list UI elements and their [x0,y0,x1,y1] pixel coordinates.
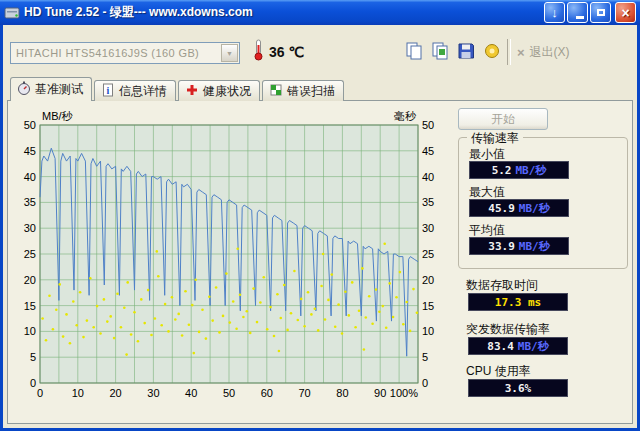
scan-grid-icon [269,83,283,100]
svg-text:0: 0 [37,387,43,399]
svg-text:60: 60 [261,387,273,399]
maximize-icon [597,9,605,16]
thermometer-icon [253,39,264,65]
svg-text:15: 15 [24,300,36,312]
svg-text:i: i [107,85,110,96]
svg-text:毫秒: 毫秒 [394,110,417,122]
access-time-display: 17.3 ms [468,293,568,311]
svg-text:20: 20 [109,387,121,399]
svg-text:40: 40 [422,171,434,183]
svg-text:90: 90 [374,387,386,399]
benchmark-page: 0055101015152020252530303535404045455050… [7,100,633,424]
svg-text:10: 10 [422,325,434,337]
svg-text:70: 70 [298,387,310,399]
tab-health[interactable]: 健康状况 [178,80,260,101]
svg-text:30: 30 [24,222,36,234]
copy-image-icon [430,41,450,65]
tab-label: 信息详情 [119,83,167,100]
maximize-button[interactable] [590,2,611,23]
tab-benchmark[interactable]: 基准测试 [10,77,92,101]
tab-bar: 基准测试 i 信息详情 健康状况 错误扫描 [10,78,346,101]
transfer-rate-group: 传输速率 最小值 5.2 MB/秒 最大值 45.9 MB/秒 平均值 33.9… [458,137,628,269]
svg-text:50: 50 [422,119,434,131]
app-icon [4,5,20,21]
svg-text:25: 25 [24,248,36,260]
group-title: 传输速率 [467,130,523,147]
access-time-label: 数据存取时间 [466,277,538,294]
tab-label: 错误扫描 [287,83,335,100]
svg-text:5: 5 [422,351,428,363]
svg-text:30: 30 [147,387,159,399]
cpu-usage-label: CPU 使用率 [466,363,531,380]
svg-text:50: 50 [223,387,235,399]
save-icon [456,41,476,65]
exit-icon: × [517,46,525,59]
copy-icon [404,41,424,65]
options-icon [482,41,502,65]
burst-rate-label: 突发数据传输率 [466,321,550,338]
options-button[interactable] [479,40,505,66]
svg-text:MB/秒: MB/秒 [42,110,74,122]
temperature-value: 36 ℃ [269,44,304,60]
minimize-icon [576,16,584,19]
svg-text:30: 30 [422,222,434,234]
start-button[interactable]: 开始 [458,108,548,130]
exit-button[interactable]: × 退出(X) [517,44,570,61]
minimize-button[interactable] [567,2,588,23]
close-icon: × [621,6,629,20]
svg-text:45: 45 [24,145,36,157]
svg-text:10: 10 [24,325,36,337]
burst-rate-display: 83.4 MB/秒 [468,337,568,355]
copy-button[interactable] [401,40,427,66]
svg-text:0: 0 [30,377,36,389]
tab-label: 健康状况 [203,83,251,100]
svg-text:80: 80 [336,387,348,399]
svg-text:45: 45 [422,145,434,157]
drive-select-value: HITACHI HTS541616J9S (160 GB) [11,47,221,59]
svg-text:100%: 100% [390,387,418,399]
temperature-display: 36 ℃ [253,39,304,65]
exit-label: 退出(X) [530,44,570,61]
title-bar: HD Tune 2.52 - 绿盟--- www.xdowns.com ↓ × [0,0,640,25]
max-value-display: 45.9 MB/秒 [469,199,569,217]
svg-text:0: 0 [422,377,428,389]
tab-label: 基准测试 [35,81,83,98]
window-body: HITACHI HTS541616J9S (160 GB) ▼ 36 ℃ × 退… [0,25,640,431]
save-button[interactable] [453,40,479,66]
copy-image-button[interactable] [427,40,453,66]
download-icon: ↓ [551,6,558,19]
info-icon: i [101,83,115,100]
benchmark-icon [17,81,31,98]
svg-text:20: 20 [422,274,434,286]
svg-text:40: 40 [24,171,36,183]
min-value-display: 5.2 MB/秒 [469,161,569,179]
svg-text:20: 20 [24,274,36,286]
avg-value-display: 33.9 MB/秒 [469,237,569,255]
download-button[interactable]: ↓ [544,2,565,23]
chevron-down-icon[interactable]: ▼ [221,44,238,62]
window-title: HD Tune 2.52 - 绿盟--- www.xdowns.com [24,4,253,21]
svg-text:50: 50 [24,119,36,131]
close-button[interactable]: × [615,2,636,23]
window-controls: ↓ × [544,2,636,23]
svg-text:25: 25 [422,248,434,260]
drive-select[interactable]: HITACHI HTS541616J9S (160 GB) ▼ [10,42,240,64]
svg-text:35: 35 [422,196,434,208]
toolbar-separator [507,39,511,65]
svg-text:15: 15 [422,300,434,312]
svg-text:5: 5 [30,351,36,363]
health-cross-icon [185,83,199,100]
tab-error-scan[interactable]: 错误扫描 [262,80,344,101]
tab-info[interactable]: i 信息详情 [94,80,176,101]
svg-text:10: 10 [72,387,84,399]
svg-text:40: 40 [185,387,197,399]
cpu-usage-display: 3.6% [468,379,568,397]
svg-text:35: 35 [24,196,36,208]
benchmark-chart: 0055101015152020252530303535404045455050… [8,109,454,409]
